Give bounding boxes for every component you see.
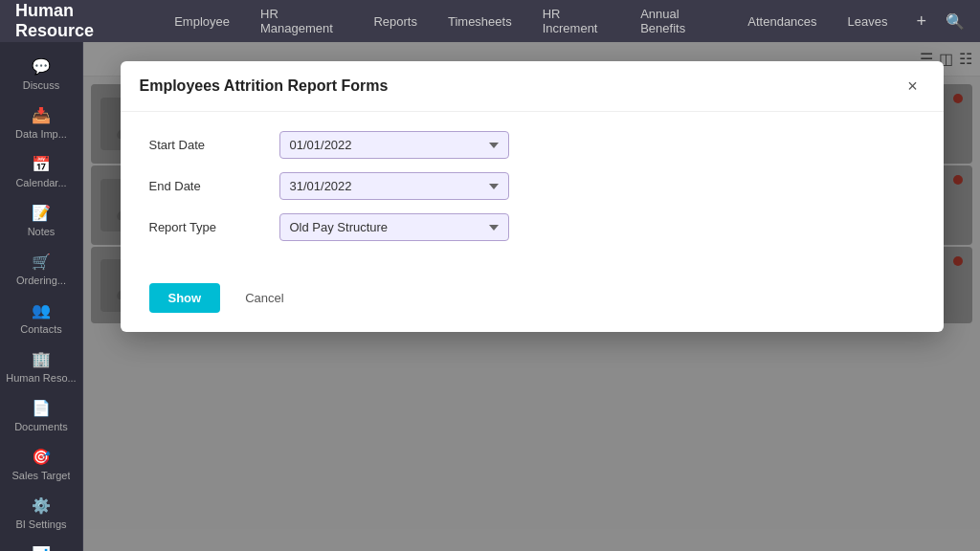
sidebar-item-sales-target[interactable]: 🎯 Sales Target [0, 440, 82, 489]
start-date-label: Start Date [149, 138, 264, 152]
human-reso-icon: 🏢 [32, 350, 51, 368]
modal-footer: Show Cancel [121, 274, 944, 332]
sidebar-label-calendar: Calendar... [15, 177, 66, 188]
sidebar-item-notes[interactable]: 📝 Notes [0, 196, 82, 245]
sidebar-label-documents: Documents [14, 421, 68, 432]
modal-header: Employees Attrition Report Forms × [121, 61, 944, 112]
sales-target-icon: 🎯 [32, 448, 51, 466]
sidebar-item-contacts[interactable]: 👥 Contacts [0, 294, 82, 342]
show-button[interactable]: Show [149, 283, 221, 313]
cancel-button[interactable]: Cancel [230, 283, 299, 313]
sidebar-item-documents[interactable]: 📄 Documents [0, 391, 82, 440]
report-type-row: Report Type Old Pay Structure [149, 213, 915, 241]
nav-employee[interactable]: Employee [168, 11, 235, 33]
documents-icon: 📄 [32, 399, 51, 417]
discuss-icon: 💬 [32, 57, 51, 76]
add-menu-button[interactable]: + [917, 11, 927, 32]
notes-icon: 📝 [32, 204, 51, 222]
sidebar-label-notes: Notes [28, 226, 56, 237]
sidebar-item-discuss[interactable]: 💬 Discuss [0, 50, 82, 99]
nav-annual-benefits[interactable]: Annual Benefits [635, 3, 723, 39]
contacts-icon: 👥 [32, 301, 51, 320]
nav-hr-increment[interactable]: HR Increment [537, 3, 616, 39]
sidebar-item-data-import[interactable]: 📥 Data Imp... [0, 99, 82, 147]
modal-title: Employees Attrition Report Forms [140, 77, 389, 95]
modal-close-button[interactable]: × [902, 75, 924, 98]
sidebar-label-bi-settings: BI Settings [15, 518, 66, 530]
search-icon[interactable]: 🔍 [946, 12, 965, 31]
nav-hr-management[interactable]: HR Management [255, 3, 348, 39]
end-date-select[interactable]: 31/01/2022 [279, 172, 509, 200]
bi-settings-icon: ⚙️ [32, 496, 51, 515]
sidebar: 💬 Discuss 📥 Data Imp... 📅 Calendar... 📝 … [0, 42, 83, 551]
sidebar-label-contacts: Contacts [20, 323, 61, 335]
modal-overlay: Employees Attrition Report Forms × Start… [83, 42, 980, 551]
nav-attendances[interactable]: Attendances [742, 11, 822, 33]
start-date-row: Start Date 01/01/2022 [149, 131, 915, 159]
top-navigation: Human Resource Employee HR Management Re… [0, 0, 980, 42]
ordering-icon: 🛒 [32, 253, 51, 271]
nav-leaves[interactable]: Leaves [842, 11, 894, 33]
brand-title: Human Resource [15, 1, 140, 41]
calendar-icon: 📅 [32, 155, 51, 173]
sidebar-item-ordering[interactable]: 🛒 Ordering... [0, 245, 82, 294]
sidebar-item-human-reso[interactable]: 🏢 Human Reso... [0, 342, 82, 391]
nav-reports[interactable]: Reports [368, 11, 423, 33]
sidebar-item-calendar[interactable]: 📅 Calendar... [0, 147, 82, 196]
sidebar-label-sales-target: Sales Target [12, 470, 71, 481]
crm-icon: 📊 [32, 545, 51, 551]
nav-timesheets[interactable]: Timesheets [442, 11, 518, 33]
start-date-select[interactable]: 01/01/2022 [279, 131, 509, 159]
sidebar-label-human-reso: Human Reso... [6, 372, 76, 384]
sidebar-label-ordering: Ordering... [16, 275, 66, 286]
sidebar-label-discuss: Discuss [23, 79, 60, 91]
content-area: ☰ ◫ ☷ ABHINAV KUMAR Area Manager-Sales &… [83, 42, 980, 551]
report-type-label: Report Type [149, 220, 264, 234]
end-date-row: End Date 31/01/2022 [149, 172, 915, 200]
main-layout: 💬 Discuss 📥 Data Imp... 📅 Calendar... 📝 … [0, 42, 980, 551]
sidebar-label-data-import: Data Imp... [15, 128, 67, 140]
attrition-report-modal: Employees Attrition Report Forms × Start… [121, 61, 944, 332]
end-date-label: End Date [149, 179, 264, 193]
sidebar-item-bi-settings[interactable]: ⚙️ BI Settings [0, 489, 82, 538]
sidebar-item-crm[interactable]: 📊 CRM [0, 538, 82, 551]
data-import-icon: 📥 [32, 106, 51, 124]
modal-body: Start Date 01/01/2022 End Date 31/01/202… [121, 112, 944, 274]
report-type-select[interactable]: Old Pay Structure [279, 213, 509, 241]
